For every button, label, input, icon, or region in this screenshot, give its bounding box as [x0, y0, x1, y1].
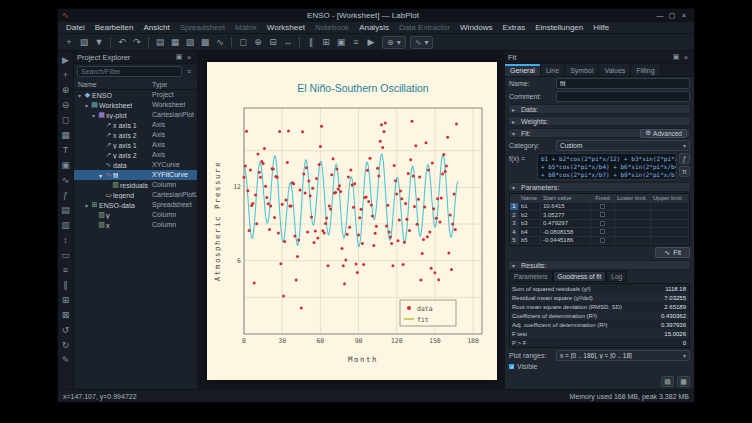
- open-project-icon[interactable]: ▨: [77, 35, 91, 49]
- parameter-upper-limit[interactable]: [651, 220, 689, 229]
- menu-spreadsheet[interactable]: Spreadsheet: [175, 23, 230, 32]
- parameter-row[interactable]: 4b4-0.0808158: [510, 228, 689, 237]
- cursor-tool-icon[interactable]: ▶: [59, 53, 72, 68]
- section-fit[interactable]: ▾ Fit: ⚙ Advanced: [508, 128, 691, 138]
- new-worksheet-icon[interactable]: ▧: [183, 35, 197, 49]
- fixed-checkbox[interactable]: [600, 238, 605, 243]
- parameter-lower-limit[interactable]: [615, 203, 651, 212]
- parameter-lower-limit[interactable]: [615, 211, 651, 220]
- parameter-row[interactable]: 5b5-0.0445186: [510, 237, 689, 246]
- tree-item-data[interactable]: ∿dataXYCurve: [74, 160, 197, 170]
- filter-options-icon[interactable]: ≡: [184, 67, 194, 77]
- parameter-row[interactable]: 1b110.6415: [510, 203, 689, 212]
- run-fit-button[interactable]: ∿ Fit: [655, 247, 690, 258]
- parameter-lower-limit[interactable]: [615, 237, 651, 246]
- dock-float-icon[interactable]: ▣: [671, 53, 681, 61]
- tree-item-enso-data[interactable]: ▾⊞ENSO-dataSpreadsheet: [74, 200, 197, 210]
- export-icon[interactable]: ▣: [334, 35, 348, 49]
- parameter-upper-limit[interactable]: [651, 211, 689, 220]
- layout-vertical-icon[interactable]: ∥: [304, 35, 318, 49]
- section-results[interactable]: ▾ Results:: [508, 260, 691, 270]
- fixed-checkbox[interactable]: [600, 229, 605, 234]
- parameter-upper-limit[interactable]: [651, 228, 689, 237]
- add-legend-tool-icon[interactable]: ▭: [59, 248, 72, 263]
- parameter-start-value[interactable]: -0.0808158: [541, 228, 591, 237]
- tree-item-legend[interactable]: ▭legendCartesianPlotLegend: [74, 190, 197, 200]
- print-icon[interactable]: ≡: [349, 35, 363, 49]
- add-axis-tool-icon[interactable]: ↕: [59, 233, 72, 248]
- load-template-icon[interactable]: ▦: [677, 376, 690, 387]
- worksheet-view[interactable]: 0306090120150180612El Niño-Southern Osci…: [198, 51, 504, 389]
- menu-einstellungen[interactable]: Einstellungen: [530, 23, 588, 32]
- menu-hilfe[interactable]: Hilfe: [588, 23, 614, 32]
- parameter-lower-limit[interactable]: [615, 228, 651, 237]
- insert-function-icon[interactable]: ƒ: [679, 153, 690, 164]
- maximize-icon[interactable]: ▢: [666, 11, 678, 21]
- dock-float-icon[interactable]: ▣: [174, 53, 184, 61]
- expander-icon[interactable]: ▾: [97, 172, 104, 179]
- crosshair-tool-icon[interactable]: +: [59, 68, 72, 83]
- parameter-start-value[interactable]: 0.479297: [541, 220, 591, 229]
- tab-values[interactable]: Values: [599, 64, 631, 76]
- results-tab-log[interactable]: Log: [606, 271, 627, 282]
- tree-item-xy-plot[interactable]: ▾▦xy-plotCartesianPlot: [74, 110, 197, 120]
- tree-item-fit[interactable]: ▾∿fitXYFitCurve: [74, 170, 197, 180]
- save-project-icon[interactable]: ▼: [92, 35, 106, 49]
- plot-ranges-combobox[interactable]: x = [0 .. 186], y = [0 .. 18] ▾: [556, 350, 690, 361]
- fixed-checkbox[interactable]: [600, 221, 605, 226]
- tree-item-y-axis-1[interactable]: ↗y axis 1Axis: [74, 140, 197, 150]
- fixed-checkbox[interactable]: [600, 204, 605, 209]
- tree-item-x-axis-1[interactable]: ↗x axis 1Axis: [74, 120, 197, 130]
- add-plot-tool-icon[interactable]: ▦: [59, 128, 72, 143]
- tree-item-y-axis-2[interactable]: ↗y axis 2Axis: [74, 150, 197, 160]
- menu-datei[interactable]: Datei: [61, 23, 90, 32]
- save-template-icon[interactable]: ▤: [661, 376, 674, 387]
- add-boxplot-tool-icon[interactable]: ▥: [59, 218, 72, 233]
- section-weights[interactable]: ▸ Weights:: [508, 116, 691, 126]
- dock-close-icon[interactable]: ×: [681, 54, 691, 61]
- tab-symbol[interactable]: Symbol: [565, 64, 599, 76]
- undo-icon[interactable]: ↶: [115, 35, 129, 49]
- tree-item-residuals[interactable]: ▥residualsColumn: [74, 180, 197, 190]
- add-curve-tool-icon[interactable]: ∿: [59, 173, 72, 188]
- comment-field[interactable]: [556, 91, 690, 102]
- zoom-in-tool-icon[interactable]: ⊕: [59, 83, 72, 98]
- section-parameters[interactable]: ▾ Parameters:: [508, 182, 691, 192]
- layout-v-tool-icon[interactable]: ≡: [59, 263, 72, 278]
- parameter-row[interactable]: 3b30.479297: [510, 220, 689, 229]
- new-notebook-icon[interactable]: ▩: [198, 35, 212, 49]
- new-project-icon[interactable]: +: [62, 35, 76, 49]
- menu-windows[interactable]: Windows: [455, 23, 497, 32]
- expander-icon[interactable]: ▾: [83, 202, 90, 209]
- add-image-tool-icon[interactable]: ▣: [59, 158, 72, 173]
- zoom-out-tool-icon[interactable]: ⊖: [59, 98, 72, 113]
- results-tab-goodness-of-fit[interactable]: Goodness of fit: [553, 271, 607, 282]
- tree-item-x-axis-2[interactable]: ↗x axis 2Axis: [74, 130, 197, 140]
- rotate-tool-icon[interactable]: ↺: [59, 323, 72, 338]
- add-equation-tool-icon[interactable]: ƒ: [59, 188, 72, 203]
- search-input[interactable]: [77, 66, 182, 77]
- zoom-mode-icon[interactable]: ⊕: [251, 35, 265, 49]
- formula-editor[interactable]: b1 + b2*cos(2*pi*x/12) + b3*sin(2*pi*x/1…: [537, 153, 677, 180]
- menu-analysis[interactable]: Analysis: [354, 23, 394, 32]
- close-icon[interactable]: ×: [678, 11, 690, 21]
- select-mode-icon[interactable]: ⊟: [266, 35, 280, 49]
- minimize-icon[interactable]: —: [654, 11, 666, 21]
- plot-canvas[interactable]: 0306090120150180612El Niño-Southern Osci…: [207, 62, 497, 380]
- column-header-name[interactable]: Name: [74, 81, 152, 88]
- refresh-tool-icon[interactable]: ↻: [59, 338, 72, 353]
- advanced-fit-button[interactable]: ⚙ Advanced: [640, 129, 687, 138]
- layout-break-tool-icon[interactable]: ⊠: [59, 308, 72, 323]
- presenter-mode-icon[interactable]: ▶: [364, 35, 378, 49]
- tree-item-worksheet[interactable]: ▾▤WorksheetWorksheet: [74, 100, 197, 110]
- tree-item-x[interactable]: ▥xColumn: [74, 220, 197, 230]
- dock-close-icon[interactable]: ×: [184, 54, 194, 61]
- menu-extras[interactable]: Extras: [498, 23, 531, 32]
- new-spreadsheet-icon[interactable]: ▤: [153, 35, 167, 49]
- edit-tool-icon[interactable]: ✎: [59, 353, 72, 368]
- add-curve-dropdown[interactable]: ∿▾: [410, 36, 434, 49]
- redo-icon[interactable]: ↷: [130, 35, 144, 49]
- parameter-start-value[interactable]: -0.0445186: [541, 237, 591, 246]
- pan-mode-icon[interactable]: ↔: [281, 35, 295, 49]
- category-combobox[interactable]: Custom ▾: [556, 140, 690, 151]
